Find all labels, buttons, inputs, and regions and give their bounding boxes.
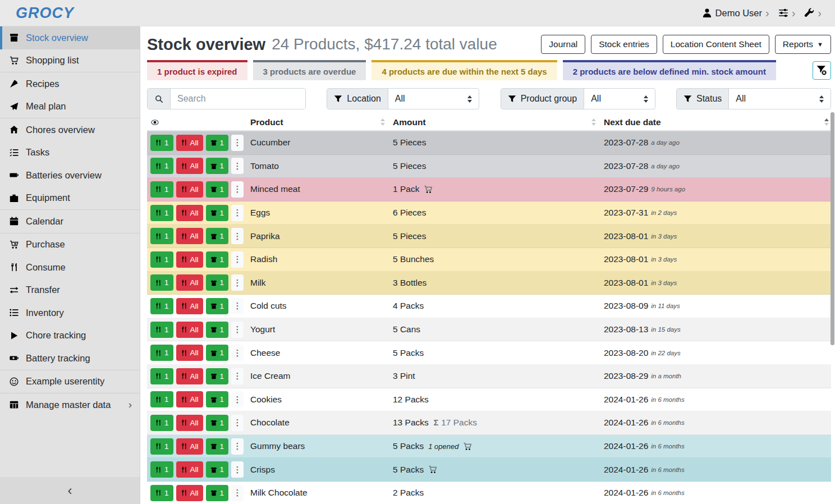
open-one-button[interactable]: 1 <box>206 485 229 501</box>
row-menu-button[interactable]: ⋮ <box>231 485 244 501</box>
open-one-button[interactable]: 1 <box>206 438 229 455</box>
sidebar-item-recipes[interactable]: Recipes <box>0 72 140 95</box>
sidebar-collapse-button[interactable]: ‹ <box>0 477 140 504</box>
consume-one-button[interactable]: 1 <box>150 391 173 407</box>
admin-menu[interactable]: › <box>804 7 822 19</box>
sidebar-item-equipment[interactable]: Equipment <box>0 187 140 210</box>
row-menu-button[interactable]: ⋮ <box>231 391 244 407</box>
reports-button[interactable]: Reports▼ <box>775 35 831 54</box>
product-name[interactable]: Milk Chocolate <box>250 488 308 498</box>
column-header-amount[interactable]: Amount <box>393 117 604 127</box>
open-one-button[interactable]: 1 <box>206 298 229 314</box>
row-menu-button[interactable]: ⋮ <box>231 251 244 268</box>
eye-icon[interactable] <box>150 118 159 126</box>
consume-one-button[interactable]: 1 <box>150 485 173 501</box>
consume-one-button[interactable]: 1 <box>150 181 173 198</box>
sidebar-item-shopping-list[interactable]: Shopping list <box>0 49 140 72</box>
consume-all-button[interactable]: All <box>176 228 203 244</box>
search-input[interactable] <box>171 89 305 109</box>
status-card-is-expired[interactable]: 1 product is expired <box>147 60 247 80</box>
consume-all-button[interactable]: All <box>176 251 203 268</box>
product-name[interactable]: Eggs <box>250 208 270 218</box>
stock-entries-button[interactable]: Stock entries <box>591 35 657 54</box>
consume-one-button[interactable]: 1 <box>150 205 173 221</box>
open-one-button[interactable]: 1 <box>206 368 229 384</box>
status-select[interactable]: All <box>729 89 831 109</box>
row-menu-button[interactable]: ⋮ <box>231 135 244 151</box>
product-name[interactable]: Ice Cream <box>250 371 291 381</box>
row-menu-button[interactable]: ⋮ <box>231 461 244 478</box>
consume-one-button[interactable]: 1 <box>150 345 173 361</box>
consume-all-button[interactable]: All <box>176 461 203 478</box>
sidebar-item-calendar[interactable]: Calendar <box>0 210 140 233</box>
sidebar-item-example-userentity[interactable]: Example userentity <box>0 370 140 393</box>
open-one-button[interactable]: 1 <box>206 158 229 174</box>
status-card-stock-amount[interactable]: 2 products are below defined min. stock … <box>563 60 776 80</box>
open-one-button[interactable]: 1 <box>206 322 229 338</box>
consume-one-button[interactable]: 1 <box>150 135 173 151</box>
journal-button[interactable]: Journal <box>541 35 585 54</box>
consume-all-button[interactable]: All <box>176 438 203 455</box>
product-group-select[interactable]: All <box>584 89 654 109</box>
row-menu-button[interactable]: ⋮ <box>231 228 244 244</box>
product-name[interactable]: Milk <box>250 278 266 288</box>
row-menu-button[interactable]: ⋮ <box>231 158 244 174</box>
open-one-button[interactable]: 1 <box>206 391 229 407</box>
open-one-button[interactable]: 1 <box>206 415 229 431</box>
product-name[interactable]: Yogurt <box>250 324 275 335</box>
location-select[interactable]: All <box>388 89 479 109</box>
sidebar-item-purchase[interactable]: Purchase <box>0 233 140 256</box>
consume-all-button[interactable]: All <box>176 322 203 338</box>
sidebar-item-tasks[interactable]: Tasks <box>0 141 140 164</box>
consume-all-button[interactable]: All <box>176 274 203 291</box>
consume-one-button[interactable]: 1 <box>150 415 173 431</box>
open-one-button[interactable]: 1 <box>206 251 229 268</box>
consume-one-button[interactable]: 1 <box>150 322 173 338</box>
consume-all-button[interactable]: All <box>176 181 203 198</box>
consume-all-button[interactable]: All <box>176 345 203 361</box>
row-menu-button[interactable]: ⋮ <box>231 368 244 384</box>
product-name[interactable]: Minced meat <box>250 184 300 194</box>
consume-one-button[interactable]: 1 <box>150 461 173 478</box>
consume-one-button[interactable]: 1 <box>150 228 173 244</box>
sidebar-item-chore-tracking[interactable]: Chore tracking <box>0 324 140 347</box>
sidebar-item-stock-overview[interactable]: Stock overview <box>0 26 140 49</box>
product-name[interactable]: Paprika <box>250 231 280 241</box>
consume-all-button[interactable]: All <box>176 415 203 431</box>
status-card-5-days[interactable]: 4 products are due within the next 5 day… <box>371 60 557 80</box>
product-name[interactable]: Crisps <box>250 465 275 475</box>
column-header-next-due-date[interactable]: Next due date <box>604 117 831 127</box>
consume-one-button[interactable]: 1 <box>150 251 173 268</box>
open-one-button[interactable]: 1 <box>206 274 229 291</box>
clear-filters-button[interactable] <box>813 61 831 80</box>
sidebar-item-chores-overview[interactable]: Chores overview <box>0 118 140 141</box>
open-one-button[interactable]: 1 <box>206 135 229 151</box>
product-name[interactable]: Radish <box>250 254 277 264</box>
open-one-button[interactable]: 1 <box>206 461 229 478</box>
settings-menu[interactable]: › <box>778 7 796 19</box>
open-one-button[interactable]: 1 <box>206 345 229 361</box>
consume-all-button[interactable]: All <box>176 158 203 174</box>
grocy-logo[interactable]: GROCY <box>16 4 74 22</box>
product-name[interactable]: Tomato <box>250 161 279 171</box>
status-card-are-overdue[interactable]: 3 products are overdue <box>253 60 366 80</box>
consume-all-button[interactable]: All <box>176 298 203 314</box>
consume-all-button[interactable]: All <box>176 135 203 151</box>
consume-one-button[interactable]: 1 <box>150 368 173 384</box>
row-menu-button[interactable]: ⋮ <box>231 298 244 314</box>
sidebar-item-consume[interactable]: Consume <box>0 256 140 279</box>
consume-all-button[interactable]: All <box>176 391 203 407</box>
product-name[interactable]: Cucumber <box>250 138 291 148</box>
open-one-button[interactable]: 1 <box>206 205 229 221</box>
product-name[interactable]: Chocolate <box>250 418 290 428</box>
row-menu-button[interactable]: ⋮ <box>231 415 244 431</box>
open-one-button[interactable]: 1 <box>206 228 229 244</box>
sidebar-item-meal-plan[interactable]: Meal plan <box>0 95 140 118</box>
consume-all-button[interactable]: All <box>176 205 203 221</box>
open-one-button[interactable]: 1 <box>206 181 229 198</box>
consume-one-button[interactable]: 1 <box>150 158 173 174</box>
sidebar-item-battery-tracking[interactable]: Battery tracking <box>0 347 140 370</box>
vertical-scrollbar[interactable] <box>831 112 834 345</box>
row-menu-button[interactable]: ⋮ <box>231 438 244 455</box>
row-menu-button[interactable]: ⋮ <box>231 345 244 361</box>
